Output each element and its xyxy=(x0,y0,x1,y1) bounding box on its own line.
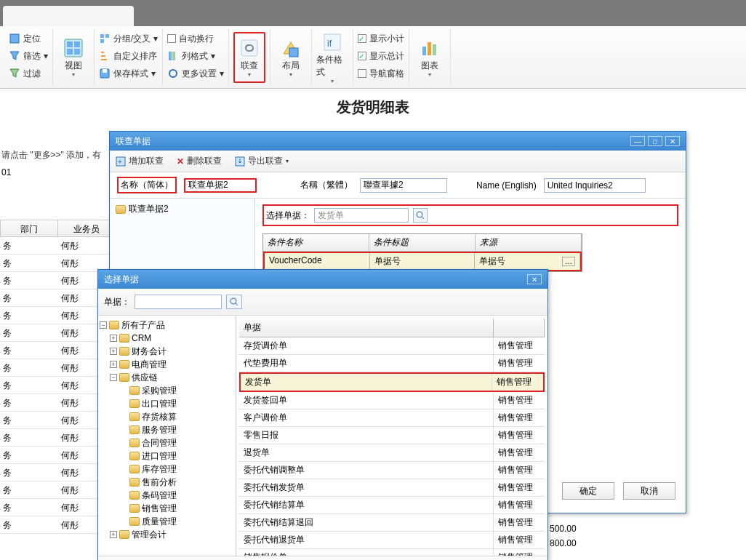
filter-button[interactable]: 筛选▾ xyxy=(9,48,48,64)
tree-s6[interactable]: 进口管理 xyxy=(142,450,177,463)
more-settings-button[interactable]: 更多设置▾ xyxy=(167,65,224,81)
exp-icon[interactable]: + xyxy=(110,531,117,538)
dialog1-title-bar[interactable]: 联查单据 — □ ✕ xyxy=(110,132,686,151)
dialog2-close-icon[interactable]: ✕ xyxy=(527,274,542,284)
cond-more-icon[interactable]: … xyxy=(562,257,575,266)
tree-s9[interactable]: 条码管理 xyxy=(142,489,177,502)
tree-s3[interactable]: 存货核算 xyxy=(142,411,177,423)
exp-icon[interactable]: + xyxy=(110,361,117,368)
list-item[interactable]: 委托代销发货单销售管理 xyxy=(239,479,545,497)
exp-icon[interactable]: − xyxy=(110,374,117,381)
dialog1-toolbar: +增加联查 ✕删除联查 导出联查▾ xyxy=(110,151,686,172)
tree-root[interactable]: 所有子产品 xyxy=(121,319,165,332)
tree-node-root[interactable]: 联查单据2 xyxy=(113,201,252,217)
layout-label: 布局 xyxy=(282,60,300,72)
lianchap-button[interactable]: 联查 ▾ xyxy=(233,32,265,83)
dialog1-close-icon[interactable]: ✕ xyxy=(665,136,680,146)
svg-rect-3 xyxy=(74,41,80,47)
exp-icon[interactable]: + xyxy=(110,335,117,342)
bg-row: 务何彤 xyxy=(0,237,116,255)
tree-s10[interactable]: 销售管理 xyxy=(142,503,177,515)
tree-s8[interactable]: 售前分析 xyxy=(142,476,177,489)
tree-fin[interactable]: 财务会计 xyxy=(132,345,167,358)
group-cross-button[interactable]: 分组/交叉▾ xyxy=(99,31,158,47)
list-item[interactable]: 委托代销结算退回销售管理 xyxy=(239,514,545,532)
bg-col1: 部门 xyxy=(1,220,58,236)
tree-scm[interactable]: 供应链 xyxy=(132,372,158,384)
folder-icon xyxy=(129,425,140,434)
cond-row[interactable]: VoucherCode单据号单据号… xyxy=(263,252,582,271)
chart-button[interactable]: 图表 ▾ xyxy=(414,32,446,83)
svg-rect-5 xyxy=(74,49,80,55)
name-tw-input[interactable] xyxy=(360,178,447,193)
select-doc-row: 选择单据： 发货单 xyxy=(262,204,678,226)
dialog2-title-bar[interactable]: 选择单据 ✕ xyxy=(98,270,548,289)
exp-icon[interactable]: + xyxy=(110,348,117,355)
dialog-select-doc: 选择单据 ✕ 单据： −所有子产品 +CRM +财务会计 +电商管理 −供应链 … xyxy=(97,269,548,560)
dialog2-list: 单据 存货调价单销售管理代垫费用单销售管理发货单销售管理发货签回单销售管理客户调… xyxy=(236,316,548,556)
auto-wrap-check[interactable]: 自动换行 xyxy=(167,31,224,47)
ribbon: 定位 筛选▾ 过滤 视图 ▾ 分组/交叉▾ 自定义排序 保存样式▾ 自动换行 列… xyxy=(0,26,746,89)
dialog1-cancel-button[interactable]: 取消 xyxy=(623,482,675,500)
view-button[interactable]: 视图 ▾ xyxy=(57,32,89,83)
tree-s4[interactable]: 服务管理 xyxy=(142,424,177,436)
select-doc-lookup-icon[interactable] xyxy=(413,208,428,223)
tree-s2[interactable]: 出口管理 xyxy=(142,398,177,410)
list-item[interactable]: 委托代销结算单销售管理 xyxy=(239,497,545,514)
svg-text:+: + xyxy=(118,158,122,166)
tree-s1[interactable]: 采购管理 xyxy=(142,385,177,397)
list-item[interactable]: 客户调价单销售管理 xyxy=(239,409,545,427)
tree-s5[interactable]: 合同管理 xyxy=(142,437,177,449)
folder-icon xyxy=(129,452,140,460)
dialog1-ok-button[interactable]: 确定 xyxy=(562,482,614,500)
list-h1: 单据 xyxy=(239,319,494,337)
list-item[interactable]: 发货单销售管理 xyxy=(239,372,545,392)
list-item[interactable]: 退货单销售管理 xyxy=(239,444,545,462)
nav-pane-check[interactable]: 导航窗格 xyxy=(358,65,404,81)
add-link-button[interactable]: +增加联查 xyxy=(116,155,164,167)
svg-rect-10 xyxy=(103,69,107,73)
del-link-button[interactable]: ✕删除联查 xyxy=(177,155,222,167)
list-item[interactable]: 代垫费用单销售管理 xyxy=(239,355,545,372)
svg-rect-15 xyxy=(289,48,298,57)
col-format-button[interactable]: 列格式▾ xyxy=(167,48,224,64)
svg-text:if: if xyxy=(327,39,332,49)
amount-1: 500.00 xyxy=(550,524,577,534)
browser-tab[interactable] xyxy=(3,6,134,26)
list-item[interactable]: 委托代销退货单销售管理 xyxy=(239,532,545,549)
dialog1-min-icon[interactable]: — xyxy=(630,136,645,146)
locate-button[interactable]: 定位 xyxy=(9,31,48,47)
save-style-label: 保存样式 xyxy=(113,68,148,80)
cond-format-button[interactable]: if 条件格式 ▾ xyxy=(316,32,348,83)
list-item[interactable]: 销售报价单销售管理 xyxy=(239,549,545,556)
list-item[interactable]: 存货调价单销售管理 xyxy=(239,337,545,355)
show-total-check[interactable]: 显示总计 xyxy=(358,48,404,64)
name-en-input[interactable] xyxy=(544,178,646,193)
name-cn-label: 名称（简体） xyxy=(117,177,177,193)
custom-sort-label: 自定义排序 xyxy=(113,50,157,63)
export-link-button[interactable]: 导出联查▾ xyxy=(235,155,289,167)
tree-crm[interactable]: CRM xyxy=(132,333,151,343)
show-total-label: 显示总计 xyxy=(369,50,404,63)
dialog1-max-icon[interactable]: □ xyxy=(648,136,662,146)
select-doc-value[interactable]: 发货单 xyxy=(314,208,409,223)
tree-root-label: 联查单据2 xyxy=(129,203,169,215)
name-cn-input[interactable] xyxy=(184,178,257,193)
tree-ecom[interactable]: 电商管理 xyxy=(132,359,167,371)
list-item[interactable]: 发货签回单销售管理 xyxy=(239,392,545,409)
search-input[interactable] xyxy=(135,295,222,309)
tree-s7[interactable]: 库存管理 xyxy=(142,463,177,476)
dialog2-tree[interactable]: −所有子产品 +CRM +财务会计 +电商管理 −供应链 采购管理 出口管理 存… xyxy=(98,316,236,556)
list-item[interactable]: 委托代销调整单销售管理 xyxy=(239,462,545,479)
custom-sort-button[interactable]: 自定义排序 xyxy=(99,48,158,64)
list-item[interactable]: 零售日报销售管理 xyxy=(239,427,545,444)
search-lookup-icon[interactable] xyxy=(226,295,242,309)
show-subtotal-check[interactable]: 显示小计 xyxy=(358,31,404,47)
filter2-button[interactable]: 过滤 xyxy=(9,65,48,81)
exp-icon[interactable]: − xyxy=(100,321,107,329)
tree-mgmtacc[interactable]: 管理会计 xyxy=(132,529,167,541)
save-style-button[interactable]: 保存样式▾ xyxy=(99,65,158,81)
layout-button[interactable]: 布局 ▾ xyxy=(275,32,307,83)
tree-s11[interactable]: 质量管理 xyxy=(142,516,177,528)
export-link-label: 导出联查 xyxy=(248,155,283,167)
